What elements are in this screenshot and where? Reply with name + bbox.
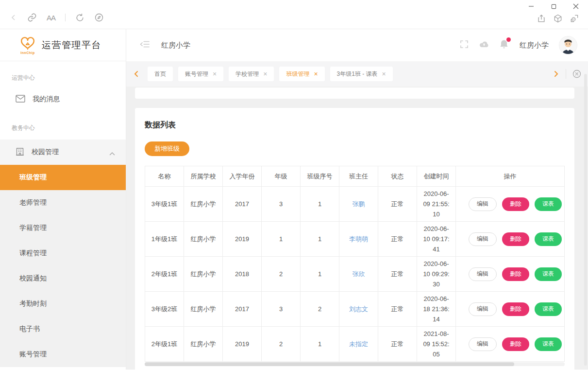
- building-icon: [16, 147, 24, 158]
- tab-首页[interactable]: 首页: [148, 67, 173, 81]
- schedule-button[interactable]: 课表: [535, 302, 562, 316]
- scan-face-icon[interactable]: [570, 14, 579, 25]
- schedule-button[interactable]: 课表: [535, 197, 562, 211]
- table-row: 2年级1班红房小学201821张欣正常2020-06-10 09:29:30编辑…: [145, 257, 565, 292]
- cell-grade: 3: [262, 292, 301, 327]
- sidebar-group-校园管理[interactable]: 校园管理: [0, 140, 126, 165]
- cloud-upload-icon[interactable]: [479, 40, 489, 51]
- edit-button[interactable]: 编辑: [469, 302, 497, 316]
- sidebar-item-账号管理[interactable]: 账号管理: [0, 342, 126, 367]
- back-icon[interactable]: [10, 14, 17, 21]
- avatar[interactable]: [559, 36, 577, 54]
- data-list-card: 数据列表 新增班级 名称所属学校入学年份年级班级序号班主任状态创建时间操作 3年…: [135, 108, 574, 370]
- schedule-button[interactable]: 课表: [535, 232, 562, 246]
- link-icon[interactable]: [27, 13, 37, 22]
- cell-status: 正常: [378, 292, 417, 327]
- sidebar-item-校园通知[interactable]: 校园通知: [0, 266, 126, 291]
- sidebar-item-老师管理[interactable]: 老师管理: [0, 190, 126, 215]
- table-header-row: 名称所属学校入学年份年级班级序号班主任状态创建时间操作: [145, 166, 565, 187]
- class-table: 名称所属学校入学年份年级班级序号班主任状态创建时间操作 3年级1班红房小学201…: [145, 166, 565, 362]
- head-teacher-link[interactable]: 张鹏: [353, 200, 365, 208]
- sidebar-item-学籍管理[interactable]: 学籍管理: [0, 215, 126, 241]
- menu-fold-icon[interactable]: [140, 40, 150, 51]
- sidebar-item-班级管理[interactable]: 班级管理: [0, 165, 126, 190]
- cell-status: 正常: [378, 257, 417, 292]
- tabs-scroll-right-icon[interactable]: [553, 70, 559, 77]
- delete-button[interactable]: 删除: [502, 232, 529, 246]
- cell-created-time: 2020-06-10 09:29:30: [417, 257, 456, 292]
- edit-button[interactable]: 编辑: [469, 267, 497, 281]
- sidebar-item-我的消息[interactable]: 我的消息: [0, 87, 126, 111]
- cell-class-name: 2年级1班: [145, 257, 184, 292]
- schedule-button[interactable]: 课表: [535, 267, 562, 281]
- minimize-button[interactable]: [524, 1, 538, 12]
- tab-3年级1班 - 课表[interactable]: 3年级1班 - 课表×: [330, 67, 393, 81]
- tab-close-icon[interactable]: ×: [263, 70, 267, 77]
- head-teacher-link[interactable]: 李萌萌: [349, 235, 368, 243]
- schedule-button[interactable]: 课表: [535, 337, 562, 351]
- font-size-icon[interactable]: AA: [47, 14, 55, 22]
- head-teacher-link[interactable]: 刘志文: [349, 305, 368, 313]
- edit-button[interactable]: 编辑: [469, 232, 497, 246]
- cube-icon[interactable]: [553, 14, 563, 25]
- head-teacher-link[interactable]: 未指定: [349, 340, 368, 348]
- sidebar-item-考勤时刻[interactable]: 考勤时刻: [0, 291, 126, 317]
- head-teacher-link[interactable]: 张欣: [353, 270, 365, 278]
- delete-button[interactable]: 删除: [502, 337, 529, 351]
- window-controls: [524, 1, 583, 12]
- tab-close-icon[interactable]: ×: [314, 70, 318, 77]
- column-header: 名称: [145, 166, 184, 187]
- cell-school: 红房小学: [184, 222, 223, 257]
- chevron-up-icon: [109, 149, 115, 157]
- edit-button[interactable]: 编辑: [469, 197, 497, 211]
- fullscreen-icon[interactable]: [460, 40, 469, 51]
- sidebar-group-label: 校园管理: [32, 148, 59, 157]
- maximize-button[interactable]: [546, 1, 561, 12]
- cell-grade: 1: [262, 222, 301, 257]
- action-buttons: 编辑删除课表: [458, 302, 562, 316]
- toolbar-divider: [65, 14, 66, 21]
- compass-icon[interactable]: [94, 13, 104, 22]
- cell-enroll-year: 2017: [223, 187, 262, 222]
- cell-actions: 编辑删除课表: [456, 222, 565, 257]
- edit-button[interactable]: 编辑: [469, 337, 497, 351]
- app-title: 运营管理平台: [42, 39, 101, 52]
- sidebar-item-电子书[interactable]: 电子书: [0, 317, 126, 342]
- cell-school: 红房小学: [184, 187, 223, 222]
- titlebar-tools: [537, 14, 579, 25]
- cell-status: 正常: [378, 222, 417, 257]
- share-icon[interactable]: [537, 14, 546, 25]
- user-name[interactable]: 红房小学: [520, 41, 549, 50]
- table-row: 1年级1班红房小学201911李萌萌正常2020-06-10 09:17:41编…: [145, 222, 565, 257]
- column-header: 创建时间: [417, 166, 456, 187]
- cell-status: 正常: [378, 187, 417, 222]
- tab-班级管理[interactable]: 班级管理×: [279, 67, 324, 81]
- cell-created-time: 2020-06-10 09:17:41: [417, 222, 456, 257]
- delete-button[interactable]: 删除: [502, 267, 529, 281]
- logo-subtext: InnChip: [17, 51, 38, 54]
- delete-button[interactable]: 删除: [502, 197, 529, 211]
- cell-head-teacher: 未指定: [339, 327, 378, 362]
- notification-badge: [506, 37, 511, 42]
- cell-class-number: 1: [301, 187, 339, 222]
- table-row: 3年级1班红房小学201731张鹏正常2020-06-09 21:55:10编辑…: [145, 187, 565, 222]
- cell-enroll-year: 2019: [223, 327, 262, 362]
- delete-button[interactable]: 删除: [502, 302, 529, 316]
- tabs-scroll-left-icon[interactable]: [133, 70, 140, 77]
- tab-close-icon[interactable]: ×: [382, 70, 386, 77]
- column-header: 状态: [378, 166, 417, 187]
- add-class-button[interactable]: 新增班级: [145, 141, 189, 156]
- tab-学校管理[interactable]: 学校管理×: [229, 67, 274, 81]
- tab-账号管理[interactable]: 账号管理×: [178, 67, 223, 81]
- cell-actions: 编辑删除课表: [456, 257, 565, 292]
- refresh-icon[interactable]: [75, 13, 84, 22]
- close-all-tabs-icon[interactable]: [572, 70, 581, 78]
- notification-bell-icon[interactable]: [500, 39, 508, 51]
- close-button[interactable]: [569, 1, 583, 12]
- vertical-scrollbar[interactable]: [584, 74, 587, 366]
- action-buttons: 编辑删除课表: [458, 197, 562, 211]
- tab-close-icon[interactable]: ×: [213, 70, 217, 77]
- sidebar-submenu: 班级管理老师管理学籍管理课程管理校园通知考勤时刻电子书账号管理: [0, 165, 126, 367]
- horizontal-scrollbar-thumb[interactable]: [145, 362, 514, 366]
- sidebar-item-课程管理[interactable]: 课程管理: [0, 241, 126, 266]
